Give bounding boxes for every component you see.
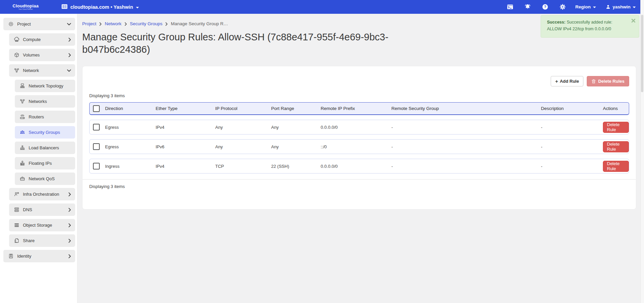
caret-down-icon — [633, 4, 636, 9]
column-header-remote-ip-prefix: Remote IP Prefix — [321, 106, 391, 111]
gear-icon[interactable] — [559, 4, 566, 10]
sidebar-item-label: Networks — [29, 99, 75, 104]
row-checkbox-cell — [90, 163, 105, 169]
add-rule-button[interactable]: + Add Rule — [551, 76, 583, 86]
row-checkbox[interactable] — [93, 143, 100, 150]
sidebar-item-identity[interactable]: Identity — [3, 250, 75, 262]
sidebar-item-routers[interactable]: Routers — [15, 111, 75, 123]
chevron-right-icon — [68, 192, 71, 196]
cell-direction: Egress — [105, 144, 156, 149]
svg-text:?: ? — [544, 4, 546, 9]
sidebar-item-dns[interactable]: DNS — [9, 203, 75, 216]
caret-down-icon — [593, 4, 596, 9]
row-checkbox[interactable] — [93, 163, 100, 169]
topbar-right: ? Region yashwin — [496, 4, 636, 10]
sidebar-item-network[interactable]: Network — [9, 64, 75, 77]
add-rule-label: Add Rule — [560, 79, 579, 84]
sidebar-item-label: Network — [23, 68, 67, 73]
breadcrumb-item-security-groups[interactable]: Security Groups — [130, 21, 163, 26]
security-groups-icon — [20, 129, 25, 135]
terminal-icon[interactable] — [507, 4, 513, 10]
table-header: DirectionEther TypeIP ProtocolPort Range… — [89, 102, 629, 115]
bell-icon[interactable] — [524, 4, 531, 10]
sidebar-item-label: Routers — [29, 114, 75, 119]
breadcrumb-item-project[interactable]: Project — [82, 21, 96, 26]
panel-actions: + Add Rule Delete Rules — [89, 76, 629, 86]
sidebar-item-label: Infra Orchestration — [23, 192, 68, 197]
chevron-right-icon — [68, 38, 71, 42]
brand-logo[interactable]: Cloudtopiaa Your Cloud Partner — [8, 4, 43, 10]
brand-tagline: Your Cloud Partner — [8, 8, 43, 10]
cell-ip-protocol: TCP — [215, 164, 271, 169]
items-count-top: Displaying 3 items — [89, 93, 629, 98]
list-icon — [61, 4, 68, 10]
rule-row: EgressIPv4AnyAny0.0.0.0/0--Delete Rule — [89, 120, 629, 135]
cell-ether-type: IPv4 — [156, 125, 215, 130]
network-qos-icon — [20, 176, 25, 182]
region-dropdown[interactable]: Region — [575, 4, 596, 9]
sidebar-item-project[interactable]: Project — [3, 18, 75, 30]
network-topology-icon — [20, 83, 25, 89]
delete-rule-button[interactable]: Delete Rule — [603, 141, 629, 152]
plus-icon: + — [555, 78, 558, 84]
sidebar-item-share[interactable]: Share — [9, 234, 75, 247]
sidebar-item-volumes[interactable]: Volumes — [9, 49, 75, 61]
sidebar-item-label: Compute — [23, 37, 68, 42]
chevron-down-icon — [67, 69, 71, 72]
cell-port-range: Any — [271, 144, 321, 149]
actions-cell: Delete Rule — [603, 122, 629, 133]
rule-row: IngressIPv4TCP22 (SSH)0.0.0.0/0--Delete … — [89, 159, 629, 174]
row-checkbox[interactable] — [93, 124, 100, 130]
scrollbar-thumb[interactable] — [641, 15, 643, 92]
cell-remote-ip-prefix: 0.0.0.0/0 — [321, 125, 391, 130]
close-icon[interactable] — [631, 18, 636, 23]
delete-rule-button[interactable]: Delete Rule — [603, 161, 629, 172]
sidebar-item-floating-ips[interactable]: Floating IPs — [15, 157, 75, 169]
domain-project-selector[interactable]: cloudtopiaa.com • Yashwin — [61, 4, 139, 10]
sidebar-item-network-topology[interactable]: Network Topology — [15, 80, 75, 92]
sidebar-item-compute[interactable]: Compute — [9, 33, 75, 46]
sidebar-item-object-storage[interactable]: Object Storage — [9, 219, 75, 231]
chevron-right-icon — [68, 223, 71, 227]
actions-cell: Delete Rule — [603, 161, 629, 172]
sidebar-item-label: Floating IPs — [29, 161, 75, 166]
cell-description: - — [541, 125, 603, 130]
sidebar-item-label: Network Topology — [29, 83, 75, 88]
dns-icon — [14, 207, 20, 213]
column-header-port-range: Port Range — [271, 106, 321, 111]
cell-direction: Ingress — [105, 164, 156, 169]
select-all-checkbox[interactable] — [93, 105, 100, 112]
sidebar-item-infra-orchestration[interactable]: Infra Orchestration — [9, 188, 75, 200]
sidebar-item-security-groups[interactable]: Security Groups — [15, 126, 75, 139]
cell-ether-type: IPv6 — [156, 144, 215, 149]
cell-ip-protocol: Any — [215, 144, 271, 149]
sidebar-item-load-balancers[interactable]: Load Balancers — [15, 142, 75, 154]
cell-ip-protocol: Any — [215, 125, 271, 130]
column-header-actions: Actions — [603, 106, 629, 111]
brand-title: Cloudtopiaa — [8, 4, 43, 8]
load-balancers-icon — [20, 145, 25, 151]
breadcrumb-item-network[interactable]: Network — [105, 21, 122, 26]
app: Cloudtopiaa Your Cloud Partner cloudtopi… — [0, 0, 644, 303]
chevron-right-icon — [68, 53, 71, 57]
sidebar-item-network-qos[interactable]: Network QoS — [15, 173, 75, 185]
scrollbar[interactable] — [640, 0, 644, 303]
chevron-right-icon — [68, 208, 71, 212]
help-icon[interactable]: ? — [542, 4, 548, 10]
sidebar-item-label: Network QoS — [29, 176, 75, 181]
sidebar-item-label: Project — [17, 22, 67, 27]
sidebar-item-networks[interactable]: Networks — [15, 95, 75, 108]
delete-rule-button[interactable]: Delete Rule — [603, 122, 629, 133]
chevron-right-icon — [99, 22, 102, 26]
sidebar: ProjectComputeVolumesNetworkNetwork Topo… — [0, 14, 77, 303]
user-dropdown[interactable]: yashwin — [606, 4, 636, 9]
share-icon — [14, 238, 20, 243]
region-label: Region — [575, 4, 591, 9]
delete-rules-button[interactable]: Delete Rules — [587, 76, 629, 86]
caret-down-icon — [136, 4, 139, 10]
main-content: ProjectNetworkSecurity GroupsManage Secu… — [77, 14, 644, 303]
cell-direction: Egress — [105, 125, 156, 130]
cell-remote-ip-prefix: 0.0.0.0/0 — [321, 164, 391, 169]
user-icon — [606, 4, 611, 9]
header-checkbox-cell — [90, 105, 105, 112]
